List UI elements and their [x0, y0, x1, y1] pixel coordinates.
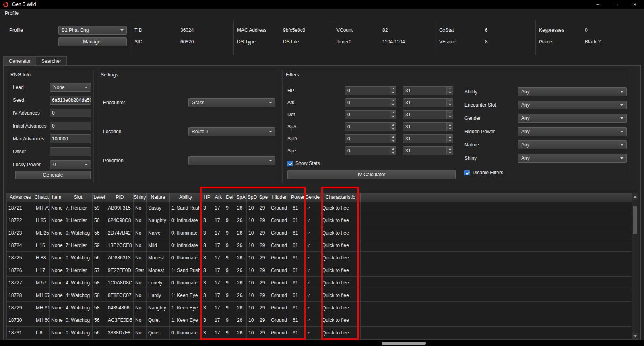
iv-calculator-button[interactable]: IV Calculator — [287, 170, 456, 179]
scroll-down-icon[interactable] — [632, 333, 638, 339]
spin-down-icon[interactable] — [447, 115, 453, 119]
dropdown[interactable]: - — [188, 156, 275, 165]
table-row[interactable]: 18725H 88None0: Watchog56AD886313NoModes… — [7, 252, 632, 264]
menu-profile[interactable]: Profile — [1, 10, 22, 17]
spinbox[interactable]: 0 — [345, 110, 396, 119]
text-input[interactable]: 6a513e0b204da507 — [50, 96, 91, 105]
spinbox[interactable]: 0 — [345, 98, 396, 107]
spinbox[interactable]: 31 — [403, 122, 453, 131]
table-row[interactable]: 18726L 17None3: Herdier579E27FF0DStarMod… — [7, 264, 632, 277]
dropdown[interactable]: Any — [518, 140, 627, 149]
spinbox[interactable]: 31 — [403, 134, 453, 143]
spin-down-icon[interactable] — [447, 151, 453, 155]
spinbox[interactable]: 31 — [403, 110, 453, 119]
dropdown[interactable]: Route 1 — [188, 127, 275, 136]
spin-down-icon[interactable] — [390, 127, 396, 131]
profile-select[interactable]: B2 Phat Eng — [58, 26, 127, 35]
column-header[interactable]: SpD — [247, 193, 258, 202]
spin-down-icon[interactable] — [447, 103, 453, 107]
dropdown[interactable]: None — [50, 83, 91, 92]
spin-up-icon[interactable] — [390, 86, 396, 91]
column-header[interactable]: Def — [224, 193, 235, 202]
spinbox[interactable]: 0 — [345, 86, 396, 95]
dropdown[interactable]: Any — [518, 114, 627, 123]
column-header[interactable]: Chatot — [34, 193, 50, 202]
spinbox[interactable]: 0 — [345, 134, 396, 143]
dropdown[interactable]: 0 — [50, 160, 91, 169]
table-row[interactable]: 18731L 6None0: Watchog563338D7F8NoQuiet0… — [7, 327, 632, 339]
spin-down-icon[interactable] — [447, 139, 453, 143]
spin-down-icon[interactable] — [390, 151, 396, 155]
table-row[interactable]: 18728MH 67None4: Watchog588F8FCC07NoHard… — [7, 289, 632, 302]
spin-up-icon[interactable] — [390, 123, 396, 127]
spin-up-icon[interactable] — [447, 123, 453, 127]
disable-filters-checkbox[interactable] — [464, 170, 470, 175]
tab-searcher[interactable]: Searcher — [36, 56, 67, 66]
column-header[interactable]: Shiny — [134, 193, 147, 202]
column-header[interactable]: Advances — [7, 193, 34, 202]
column-header[interactable]: Gender — [305, 193, 320, 202]
dropdown[interactable]: Any — [518, 127, 627, 136]
text-input[interactable]: 100000 — [50, 134, 91, 143]
table-row[interactable]: 18723ML 25None0: Watchog562D747B42NoNaiv… — [7, 227, 632, 239]
spin-up-icon[interactable] — [390, 147, 396, 151]
text-input[interactable]: 0 — [50, 122, 91, 130]
column-header[interactable]: Level — [93, 193, 106, 202]
table-row[interactable]: 18727M 57None4: Watchog581C0A8D8CNoLonel… — [7, 277, 632, 289]
spinbox[interactable]: 0 — [345, 122, 396, 131]
vertical-scrollbar[interactable] — [632, 193, 638, 339]
scrollbar-thumb[interactable] — [633, 206, 637, 234]
tab-generator[interactable]: Generator — [3, 56, 36, 66]
spin-up-icon[interactable] — [390, 111, 396, 115]
manager-button[interactable]: Manager — [58, 37, 127, 46]
spinbox[interactable]: 0 — [345, 146, 396, 155]
spin-up-icon[interactable] — [447, 135, 453, 139]
spin-up-icon[interactable] — [447, 99, 453, 103]
column-header[interactable]: Characteristic — [320, 193, 361, 202]
table-row[interactable]: 18729MH 61None4: Watchog5804354366NoNaug… — [7, 302, 632, 314]
column-header[interactable]: HP — [202, 193, 213, 202]
spinbox[interactable]: 31 — [403, 146, 453, 155]
spin-down-icon[interactable] — [390, 115, 396, 119]
text-input[interactable]: 0 — [50, 109, 91, 117]
spin-down-icon[interactable] — [447, 91, 453, 95]
column-header[interactable]: Ability — [170, 193, 202, 202]
show-stats-checkbox[interactable] — [287, 161, 293, 166]
spin-up-icon[interactable] — [447, 147, 453, 151]
column-header[interactable]: Spe — [258, 193, 269, 202]
spinbox[interactable]: 31 — [403, 98, 453, 107]
cell: 17 — [213, 264, 224, 276]
spin-up-icon[interactable] — [447, 86, 453, 91]
table-row[interactable]: 18724L 16None7: Herdier5913E2CCF8NoMild0… — [7, 239, 632, 252]
minimize-button[interactable]: ─ — [588, 0, 607, 9]
cell: 3 — [202, 214, 213, 227]
dropdown[interactable]: Any — [518, 87, 627, 96]
spin-up-icon[interactable] — [447, 111, 453, 115]
column-header[interactable]: PID — [106, 193, 134, 202]
column-header[interactable]: SpA — [235, 193, 247, 202]
spin-down-icon[interactable] — [390, 91, 396, 95]
column-header[interactable]: Atk — [213, 193, 224, 202]
close-button[interactable]: × — [625, 0, 644, 9]
table-row[interactable]: 18730MH 60None0: Watchog56AC3FE0D5NoQuie… — [7, 314, 632, 327]
restore-button[interactable]: □ — [607, 0, 625, 9]
column-header[interactable]: Slot — [64, 193, 93, 202]
spinbox[interactable]: 31 — [403, 86, 453, 95]
spin-up-icon[interactable] — [390, 135, 396, 139]
spin-down-icon[interactable] — [390, 139, 396, 143]
generate-button[interactable]: Generate — [15, 171, 91, 179]
table-row[interactable]: 18722H 85None1: Herdier56624C98C8NoNaugh… — [7, 214, 632, 227]
table-row[interactable]: 18721MH 79None7: Herdier59AB09F315NoSass… — [7, 202, 632, 214]
column-header[interactable]: Item — [50, 193, 64, 202]
spin-down-icon[interactable] — [390, 103, 396, 107]
text-input[interactable] — [50, 147, 91, 156]
column-header[interactable]: Hidden — [269, 193, 291, 202]
dropdown[interactable]: Any — [518, 154, 627, 163]
spin-up-icon[interactable] — [390, 99, 396, 103]
scroll-up-icon[interactable] — [632, 193, 638, 200]
column-header[interactable]: Power — [291, 193, 305, 202]
spin-down-icon[interactable] — [447, 127, 453, 131]
dropdown[interactable]: Grass — [188, 98, 275, 107]
column-header[interactable]: Nature — [147, 193, 170, 202]
dropdown[interactable]: Any — [518, 101, 627, 109]
